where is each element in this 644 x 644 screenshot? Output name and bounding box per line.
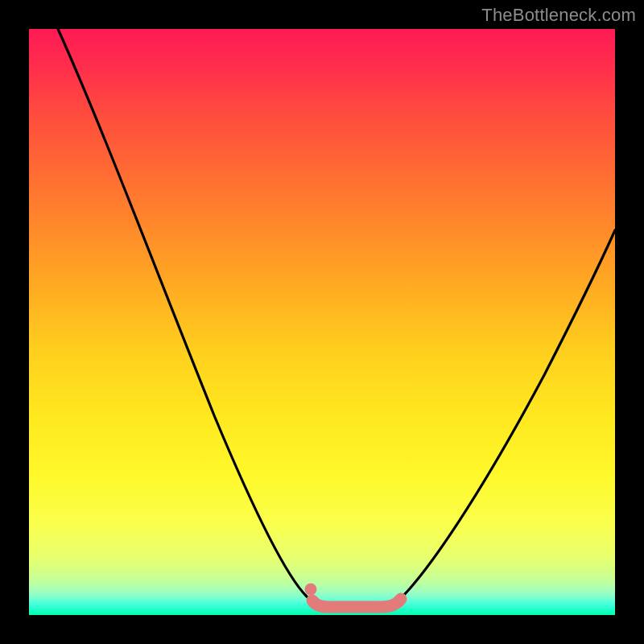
valley-dot-marker bbox=[305, 584, 317, 596]
flat-region-highlight bbox=[312, 599, 401, 607]
chart-frame: TheBottleneck.com bbox=[0, 0, 644, 644]
chart-svg bbox=[29, 29, 615, 615]
watermark-text: TheBottleneck.com bbox=[481, 5, 636, 26]
bottleneck-curve bbox=[58, 29, 615, 606]
plot-area bbox=[29, 29, 615, 615]
